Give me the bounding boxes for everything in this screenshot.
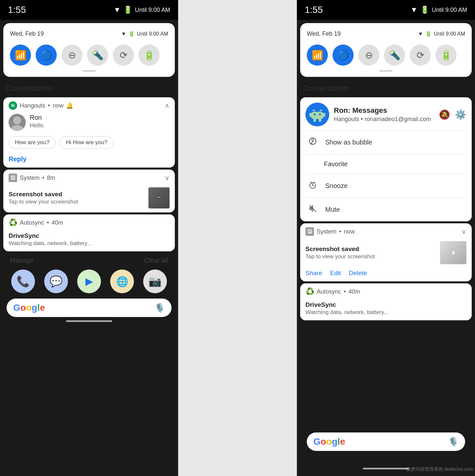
autosync-app-row-left: ♻️ Autosync • 40m [3, 214, 175, 230]
suggestion-how-are-you[interactable]: How are you? [9, 136, 56, 149]
ron-expanded-header: Ron: Messages Hangouts • ronamadeo1@gmai… [300, 97, 472, 130]
ron-expanded-title: Ron: Messages [334, 106, 434, 115]
mute-item[interactable]: Mute [300, 198, 472, 221]
right-conversations-header: Conversations [297, 79, 475, 95]
dnd-toggle-right[interactable]: ⊖ [358, 45, 379, 66]
dnd-toggle[interactable]: ⊖ [61, 45, 82, 66]
ron-title-block: Ron: Messages Hangouts • ronamadeo1@gmai… [334, 106, 434, 123]
screenshot-sub-right: Tap to view your screenshot [305, 253, 436, 260]
hangouts-chevron-up-icon[interactable]: ∧ [165, 102, 170, 110]
show-as-bubble-item[interactable]: Show as bubble [300, 131, 472, 154]
search-bar-right[interactable]: Google 🎙️ [307, 432, 465, 451]
qs-header-right: ▼ 🔋 Until 9:00 AM [121, 31, 168, 37]
autosync-app-icon-right: ♻️ [305, 287, 314, 296]
screenshot-text-left: Screenshot saved Tap to view your screen… [9, 191, 144, 205]
bluetooth-toggle-right[interactable]: 🔵 [332, 45, 354, 66]
app-play[interactable]: ▶ [77, 270, 101, 293]
wifi-status-icon-right: ▼ [410, 6, 418, 14]
middle-gap [178, 0, 297, 476]
google-assistant-icon-left[interactable]: 🎙️ [154, 303, 165, 313]
battery-saver-icon-right: 🔋 [440, 50, 452, 61]
left-quick-settings: Wed, Feb 19 ▼ 🔋 Until 9:00 AM 📶 🔵 ⊖ 🔦 ⟳ [3, 23, 175, 77]
show-as-bubble-label: Show as bubble [325, 139, 372, 146]
app-phone[interactable]: 📞 [11, 270, 35, 293]
svg-rect-10 [309, 113, 311, 117]
system-app-row-left: 🖼 System • 8m ∨ [3, 170, 175, 185]
suggestion-hi-how-are-you[interactable]: Hi How are you? [60, 136, 114, 149]
system-app-icon-right: 🖼 [305, 227, 314, 236]
qs-header-right-icons: ▼ 🔋 Until 9:00 AM [418, 31, 465, 37]
autosync-sub-left: Watching data, network, battery... [9, 240, 170, 247]
ron-avatar [9, 114, 26, 131]
rotate-toggle-right[interactable]: ⟳ [410, 45, 431, 66]
clear-all-button[interactable]: Clear all [144, 257, 168, 264]
svg-point-15 [312, 139, 314, 141]
screenshot-title-right: Screenshot saved [305, 245, 436, 253]
screenshot-share-button[interactable]: Share [305, 270, 322, 277]
snooze-item[interactable]: Z Snooze [300, 174, 472, 198]
flashlight-icon-right: 🔦 [389, 50, 400, 61]
search-bar-left[interactable]: Google 🎙️ [7, 299, 172, 317]
manage-label[interactable]: Manage [10, 257, 34, 264]
left-status-icons: ▼ 🔋 Until 9:00 AM [113, 6, 170, 14]
system-app-info-right: 🖼 System • now [305, 227, 355, 236]
hangouts-suggestions: How are you? Hi How are you? [3, 135, 175, 153]
flashlight-toggle-right[interactable]: 🔦 [384, 45, 405, 66]
until-text: Until 9:00 AM [135, 7, 170, 14]
battery-qs-icon: 🔋 [128, 31, 135, 37]
system-screenshot-left: Screenshot saved Tap to view your screen… [3, 185, 175, 212]
system-chevron-left[interactable]: ∨ [165, 174, 170, 182]
screenshot-delete-button[interactable]: Delete [349, 270, 367, 277]
battery-toggle-right[interactable]: 🔋 [435, 45, 457, 66]
wifi-toggle[interactable]: 📶 [10, 45, 31, 66]
favorite-label: Favorite [324, 160, 348, 168]
autosync-notif-card-left: ♻️ Autosync • 40m DriveSync Watching dat… [3, 214, 175, 251]
autosync-sub-right: Watching data, network, battery... [305, 309, 466, 316]
wifi-qs-icon-right: ▼ [418, 31, 423, 37]
app-icons-row-left: 📞 💬 ▶ 🌐 📷 [0, 266, 178, 297]
ron-avatar-svg [9, 114, 26, 131]
silence-icon[interactable]: 🔕 [439, 109, 450, 120]
favorite-item[interactable]: Favorite [300, 154, 472, 174]
hangouts-text: Ron Hello. [30, 114, 170, 129]
hangouts-dot-sep: • [48, 102, 50, 109]
screenshot-actions-right: Share Edit Delete [300, 268, 472, 281]
left-time: 1:55 [8, 5, 26, 15]
rotate-toggle[interactable]: ⟳ [113, 45, 134, 66]
app-chrome[interactable]: 🌐 [110, 270, 134, 293]
left-status-bar: 1:55 ▼ 🔋 Until 9:00 AM [0, 0, 178, 20]
snooze-icon: Z [307, 180, 319, 192]
google-assistant-icon-right[interactable]: 🎙️ [448, 437, 459, 447]
flashlight-icon: 🔦 [92, 50, 104, 61]
system-chevron-right[interactable]: ∨ [461, 228, 466, 236]
autosync-app-info-right: ♻️ Autosync • 40m [305, 287, 360, 296]
ron-expanded-avatar [305, 103, 329, 126]
qs-header: Wed, Feb 19 ▼ 🔋 Until 9:00 AM [9, 28, 170, 39]
system-app-name-left: System [20, 175, 40, 181]
hangouts-app-row: H Hangouts • now 🔔 ∧ [3, 97, 175, 112]
right-time: 1:55 [305, 5, 323, 15]
right-quick-settings: Wed, Feb 19 ▼ 🔋 Until 9:00 AM 📶 🔵 ⊖ 🔦 ⟳ [300, 23, 472, 77]
screenshot-thumb-left: 📷 [148, 187, 170, 208]
settings-icon[interactable]: ⚙️ [455, 109, 466, 120]
flashlight-toggle[interactable]: 🔦 [87, 45, 108, 66]
hangouts-reply-button[interactable]: Reply [3, 153, 175, 168]
wifi-toggle-right[interactable]: 📶 [307, 45, 328, 66]
qs-until-right: Until 9:00 AM [434, 31, 465, 37]
mute-label: Mute [325, 206, 340, 213]
hangouts-app-name: Hangouts [20, 102, 45, 109]
system-app-name-right: System [317, 228, 336, 235]
autosync-app-info-left: ♻️ Autosync • 40m [9, 218, 63, 227]
bluetooth-toggle[interactable]: 🔵 [36, 45, 57, 66]
phone-icon: 📞 [16, 275, 30, 288]
app-camera[interactable]: 📷 [143, 270, 167, 293]
svg-text:Z: Z [311, 182, 313, 184]
left-phone-panel: 1:55 ▼ 🔋 Until 9:00 AM Wed, Feb 19 ▼ 🔋 U… [0, 0, 178, 476]
screenshot-edit-button[interactable]: Edit [330, 270, 341, 277]
right-phone-panel: 1:55 ▼ 🔋 Until 9:00 AM Wed, Feb 19 ▼ 🔋 U… [297, 0, 475, 476]
battery-toggle[interactable]: 🔋 [139, 45, 160, 66]
autosync-app-name-right: Autosync [317, 288, 341, 295]
app-messages[interactable]: 💬 [44, 270, 68, 293]
autosync-content-left: DriveSync Watching data, network, batter… [3, 230, 175, 251]
autosync-app-name-left: Autosync [20, 219, 44, 226]
